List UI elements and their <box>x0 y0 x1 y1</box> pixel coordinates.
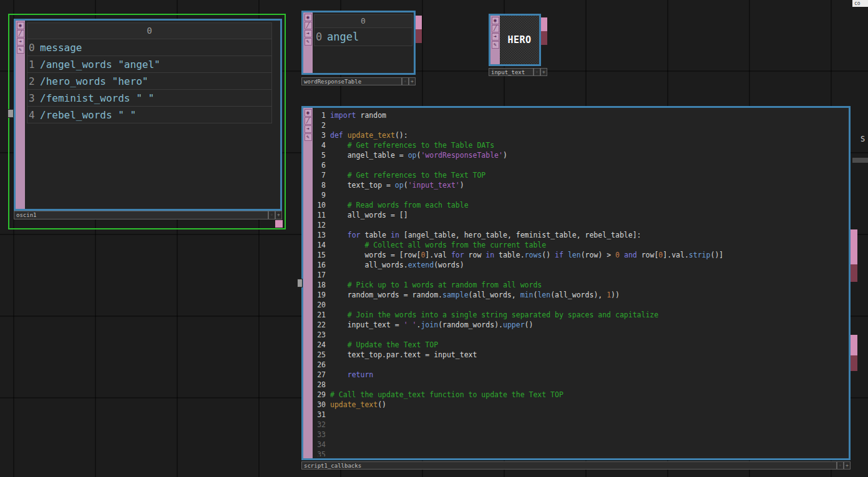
bypass-flag-icon[interactable]: ╱ <box>17 30 24 37</box>
line-number: 35 <box>313 450 330 456</box>
add-comment-button[interactable]: + <box>275 211 282 219</box>
edit-flag-icon[interactable]: ✎ <box>17 46 24 54</box>
add-comment-button[interactable]: + <box>540 68 547 76</box>
output-connector[interactable] <box>851 229 857 264</box>
cell-text: /angel_words "angel" <box>40 59 160 70</box>
line-number: 34 <box>313 440 330 450</box>
output-connector[interactable] <box>851 264 857 282</box>
code-line: 28 <box>313 380 847 390</box>
node-name-input_text[interactable]: input_text <box>489 68 534 76</box>
node-wordResponseTable[interactable]: ◉╱➜✎ 0 0angel <box>301 11 416 75</box>
dat-table-viewer: 0 0angel <box>314 14 412 46</box>
comment-box-button[interactable]: ◦ <box>534 68 540 76</box>
code-line: 6 <box>313 160 847 170</box>
line-number: 2 <box>313 120 330 130</box>
table-row[interactable]: 0angel <box>314 28 412 46</box>
code-line: 17 <box>313 270 847 280</box>
node-flag-column: ◉╱➜✎ <box>490 16 500 64</box>
input-connector[interactable] <box>7 109 14 118</box>
add-comment-button[interactable]: + <box>844 461 851 470</box>
input-connector[interactable] <box>297 279 303 287</box>
code-line: 10 # Read words from each table <box>313 200 847 210</box>
node-flag-column: ◉╱➜✎ <box>303 108 313 458</box>
viewer-flag-icon[interactable]: ◉ <box>305 109 312 117</box>
bypass-flag-icon[interactable]: ╱ <box>305 117 312 125</box>
dat-code-viewer[interactable]: 1import random23def update_text():4 # Ge… <box>313 110 847 456</box>
node-name-label: wordResponseTable <box>304 79 361 85</box>
code-line: 9 <box>313 190 847 200</box>
node-flag-column: ◉╱➜✎ <box>16 21 25 209</box>
cell-text: /feminist_words " " <box>40 92 154 104</box>
top-viewer: HERO <box>500 16 539 64</box>
row-number: 1 <box>27 59 39 70</box>
edit-flag-icon[interactable]: ✎ <box>492 41 499 49</box>
table-row[interactable]: 2/hero_words "hero" <box>27 73 272 90</box>
comment-box-button[interactable]: ◦ <box>837 461 844 470</box>
line-number: 13 <box>313 230 330 240</box>
table-row[interactable]: 1/angel_words "angel" <box>27 56 272 73</box>
namebar-buttons: ◦+ <box>837 461 851 470</box>
line-number: 11 <box>313 210 330 220</box>
line-number: 31 <box>313 410 330 420</box>
table-row[interactable]: 4/rebel_words " " <box>27 107 272 123</box>
line-number: 4 <box>313 140 330 150</box>
comment-box-button[interactable]: ◦ <box>268 211 275 219</box>
output-connector[interactable] <box>416 29 422 43</box>
code-line: 24 # Update the Text TOP <box>313 340 847 350</box>
line-number: 20 <box>313 300 330 310</box>
row-number: 4 <box>27 109 39 121</box>
node-name-oscin1[interactable]: oscin1 <box>14 211 268 219</box>
edit-flag-icon[interactable]: ✎ <box>305 133 312 141</box>
output-connector[interactable] <box>416 16 422 29</box>
line-number: 14 <box>313 240 330 250</box>
viewer-flag-icon[interactable]: ◉ <box>492 17 499 24</box>
output-connector[interactable] <box>851 355 857 371</box>
node-input_text[interactable]: ◉╱➜✎ HERO <box>489 14 541 66</box>
bypass-flag-icon[interactable]: ╱ <box>492 25 499 32</box>
export-flag-icon[interactable]: ➜ <box>17 38 24 46</box>
code-line: 26 <box>313 360 847 370</box>
code-line: 8 text_top = op('input_text') <box>313 180 847 190</box>
line-number: 3 <box>313 130 330 140</box>
output-connector[interactable] <box>541 17 547 31</box>
node-name-wordResponseTable[interactable]: wordResponseTable <box>301 77 402 85</box>
line-number: 15 <box>313 250 330 260</box>
node-script1_callbacks[interactable]: ◉╱➜✎ 1import random23def update_text():4… <box>301 106 851 460</box>
line-number: 21 <box>313 310 330 320</box>
node-name-label: oscin1 <box>16 212 37 218</box>
line-number: 10 <box>313 200 330 210</box>
code-line: 16 all_words.extend(words) <box>313 260 847 270</box>
comment-box-button[interactable]: ◦ <box>402 77 409 85</box>
node-oscin1[interactable]: ◉╱➜✎ 0 0message1/angel_words "angel"2/he… <box>14 19 282 211</box>
line-number: 32 <box>313 420 330 430</box>
viewer-flag-icon[interactable]: ◉ <box>305 14 312 21</box>
export-flag-icon[interactable]: ➜ <box>305 125 312 133</box>
code-line: 31 <box>313 410 847 420</box>
export-flag-icon[interactable]: ➜ <box>305 30 312 37</box>
viewer-flag-icon[interactable]: ◉ <box>17 22 24 29</box>
output-connector[interactable] <box>541 31 547 45</box>
bypass-flag-icon[interactable]: ╱ <box>305 22 312 29</box>
network-editor[interactable]: ◉╱➜✎ 0 0message1/angel_words "angel"2/he… <box>0 0 868 477</box>
table-row[interactable]: 0message <box>27 39 272 56</box>
line-number: 28 <box>313 380 330 390</box>
namebar-buttons: ◦+ <box>534 68 547 76</box>
node-name-label: input_text <box>491 69 525 75</box>
cell-text: message <box>40 42 82 54</box>
dat-table-viewer: 0 0message1/angel_words "angel"2/hero_wo… <box>27 22 272 123</box>
line-number: 33 <box>313 430 330 440</box>
code-line: 30update_text() <box>313 400 847 410</box>
code-line: 29# Call the update_text function to upd… <box>313 390 847 400</box>
node-name-script1_callbacks[interactable]: script1_callbacks <box>301 461 837 470</box>
output-connector[interactable] <box>851 335 857 355</box>
line-number: 18 <box>313 280 330 290</box>
code-line: 14 # Collect all words from the current … <box>313 240 847 250</box>
node-flag-column: ◉╱➜✎ <box>303 12 313 73</box>
add-comment-button[interactable]: + <box>409 77 416 85</box>
output-connector[interactable] <box>275 220 283 228</box>
export-flag-icon[interactable]: ➜ <box>492 33 499 41</box>
edit-flag-icon[interactable]: ✎ <box>305 38 312 46</box>
row-number: 0 <box>315 31 326 43</box>
table-row[interactable]: 3/feminist_words " " <box>27 90 272 107</box>
code-line: 15 words = [row[0].val for row in table.… <box>313 250 847 260</box>
